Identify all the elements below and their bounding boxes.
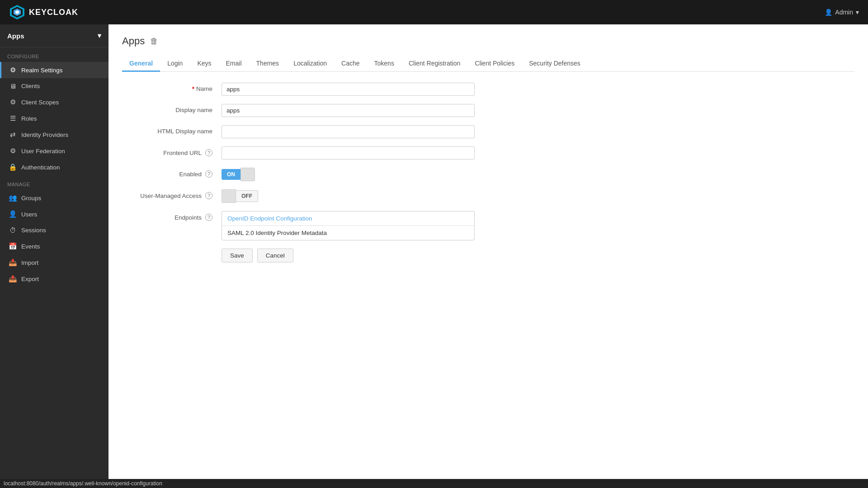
sidebar-item-label: Import xyxy=(21,259,38,266)
name-field-row: * Name xyxy=(122,83,529,96)
sidebar-item-events[interactable]: 📅 Events xyxy=(0,238,108,254)
user-federation-icon: ⚙ xyxy=(9,147,17,155)
sidebar-item-identity-providers[interactable]: ⇄ Identity Providers xyxy=(0,127,108,143)
display-name-input[interactable] xyxy=(222,104,475,117)
user-chevron-icon: ▾ xyxy=(856,9,859,16)
user-managed-access-toggle[interactable]: OFF xyxy=(222,189,475,203)
sidebar-item-authentication[interactable]: 🔒 Authentication xyxy=(0,159,108,175)
logo-text: KEYCLOAK xyxy=(29,8,78,17)
openid-endpoint-link[interactable]: OpenID Endpoint Configuration xyxy=(222,211,474,226)
sidebar-item-label: Export xyxy=(21,276,39,282)
saml-endpoint-item: SAML 2.0 Identity Provider Metadata xyxy=(222,226,474,240)
enabled-help-icon[interactable]: ? xyxy=(205,170,212,178)
name-field-control xyxy=(222,83,475,96)
delete-realm-button[interactable]: 🗑 xyxy=(150,37,158,46)
endpoints-list-control: OpenID Endpoint Configuration SAML 2.0 I… xyxy=(222,211,475,240)
user-managed-access-label: User-Managed Access ? xyxy=(122,189,222,199)
display-name-label: Display name xyxy=(122,104,222,113)
sidebar: Apps ▾ Configure ⚙ Realm Settings 🖥 Clie… xyxy=(0,24,108,479)
page-header: Apps 🗑 xyxy=(122,35,854,47)
configure-section-label: Configure xyxy=(0,47,108,62)
enabled-label: Enabled ? xyxy=(122,168,222,178)
tab-themes[interactable]: Themes xyxy=(249,56,287,72)
logo[interactable]: KEYCLOAK xyxy=(9,4,78,20)
tab-security-defenses[interactable]: Security Defenses xyxy=(522,56,588,72)
statusbar: localhost:8080/auth/realms/apps/.well-kn… xyxy=(0,479,868,488)
name-required: * xyxy=(192,85,194,92)
frontend-url-label: Frontend URL ? xyxy=(122,146,222,156)
main-content: Apps 🗑 General Login Keys Email Themes L… xyxy=(108,24,868,479)
save-button[interactable]: Save xyxy=(222,249,253,263)
name-input[interactable] xyxy=(222,83,475,96)
endpoints-help-icon[interactable]: ? xyxy=(205,214,212,221)
clients-icon: 🖥 xyxy=(9,82,17,90)
sidebar-item-label: User Federation xyxy=(21,148,65,155)
realm-settings-icon: ⚙ xyxy=(9,66,17,74)
tab-client-registration[interactable]: Client Registration xyxy=(401,56,467,72)
sidebar-item-export[interactable]: 📤 Export xyxy=(0,271,108,287)
tab-cache[interactable]: Cache xyxy=(334,56,367,72)
sidebar-item-realm-settings[interactable]: ⚙ Realm Settings xyxy=(0,62,108,78)
realm-name: Apps xyxy=(7,32,24,40)
manage-section-label: Manage xyxy=(0,175,108,190)
user-managed-access-help-icon[interactable]: ? xyxy=(205,192,212,199)
sidebar-item-label: Identity Providers xyxy=(21,131,68,138)
sidebar-item-groups[interactable]: 👥 Groups xyxy=(0,190,108,206)
users-icon: 👤 xyxy=(9,210,17,218)
frontend-url-field-control xyxy=(222,146,475,160)
realm-selector[interactable]: Apps ▾ xyxy=(0,24,108,47)
html-display-name-field-control xyxy=(222,125,475,138)
enabled-toggle[interactable]: ON xyxy=(222,168,475,181)
sidebar-item-label: Sessions xyxy=(21,227,46,234)
form: * Name Display name HTML Display xyxy=(122,83,529,263)
tab-keys[interactable]: Keys xyxy=(190,56,218,72)
sidebar-item-label: Authentication xyxy=(21,164,60,171)
client-scopes-icon: ⚙ xyxy=(9,98,17,106)
tab-tokens[interactable]: Tokens xyxy=(367,56,401,72)
sidebar-item-label: Client Scopes xyxy=(21,99,59,106)
user-managed-access-toggle-control: OFF xyxy=(222,189,475,203)
sidebar-item-user-federation[interactable]: ⚙ User Federation xyxy=(0,143,108,159)
tab-client-policies[interactable]: Client Policies xyxy=(467,56,522,72)
user-managed-access-field-row: User-Managed Access ? OFF xyxy=(122,189,529,203)
cancel-button[interactable]: Cancel xyxy=(257,249,293,263)
sidebar-item-sessions[interactable]: ⏱ Sessions xyxy=(0,222,108,238)
tab-email[interactable]: Email xyxy=(219,56,249,72)
form-buttons: Save Cancel xyxy=(122,249,529,263)
groups-icon: 👥 xyxy=(9,194,17,202)
sessions-icon: ⏱ xyxy=(9,226,17,234)
user-icon: 👤 xyxy=(825,9,832,16)
tab-login[interactable]: Login xyxy=(160,56,190,72)
display-name-field-row: Display name xyxy=(122,104,529,117)
user-managed-access-off-btn[interactable] xyxy=(222,189,236,203)
frontend-url-help-icon[interactable]: ? xyxy=(205,149,212,156)
sidebar-item-label: Events xyxy=(21,243,40,250)
sidebar-item-clients[interactable]: 🖥 Clients xyxy=(0,78,108,94)
html-display-name-label: HTML Display name xyxy=(122,125,222,135)
html-display-name-input[interactable] xyxy=(222,125,475,138)
layout: Apps ▾ Configure ⚙ Realm Settings 🖥 Clie… xyxy=(0,24,868,479)
sidebar-item-label: Users xyxy=(21,211,37,218)
enabled-off-side[interactable] xyxy=(241,168,255,181)
authentication-icon: 🔒 xyxy=(9,163,17,171)
keycloak-logo-icon xyxy=(9,4,25,20)
frontend-url-input[interactable] xyxy=(222,146,475,160)
display-name-field-control xyxy=(222,104,475,117)
tab-localization[interactable]: Localization xyxy=(286,56,334,72)
sidebar-item-client-scopes[interactable]: ⚙ Client Scopes xyxy=(0,94,108,110)
roles-icon: ☰ xyxy=(9,114,17,122)
tab-general[interactable]: General xyxy=(122,56,160,72)
sidebar-item-import[interactable]: 📥 Import xyxy=(0,254,108,271)
sidebar-item-label: Realm Settings xyxy=(21,67,63,74)
events-icon: 📅 xyxy=(9,242,17,250)
topnav: KEYCLOAK 👤 Admin ▾ xyxy=(0,0,868,24)
sidebar-item-roles[interactable]: ☰ Roles xyxy=(0,110,108,127)
enabled-on-button[interactable]: ON xyxy=(222,169,241,180)
sidebar-item-label: Roles xyxy=(21,115,37,122)
user-label: Admin xyxy=(835,9,853,16)
user-managed-access-off-label: OFF xyxy=(236,190,258,202)
enabled-toggle-control: ON xyxy=(222,168,475,181)
endpoints-label: Endpoints ? xyxy=(122,211,222,221)
user-menu[interactable]: 👤 Admin ▾ xyxy=(825,9,859,16)
sidebar-item-users[interactable]: 👤 Users xyxy=(0,206,108,222)
